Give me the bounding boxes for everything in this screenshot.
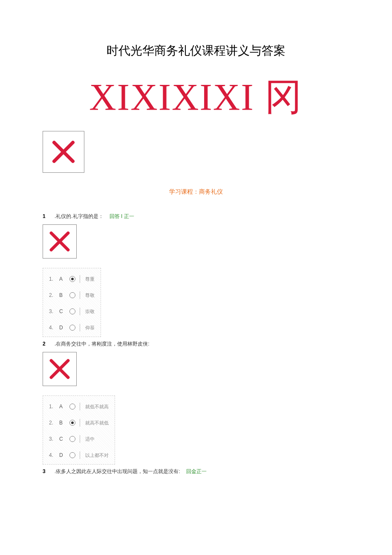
option-label: 就低不就高 — [85, 404, 109, 410]
option-row[interactable]: 2.B尊敬 — [47, 287, 96, 303]
radio-icon[interactable] — [69, 404, 75, 410]
option-index: 3. — [49, 436, 55, 442]
radio-icon[interactable] — [69, 276, 75, 282]
document-title: 时代光华商务礼仪课程讲义与答案 — [43, 43, 349, 59]
divider — [80, 435, 80, 443]
option-row[interactable]: 3.C适中 — [47, 431, 110, 447]
divider — [80, 308, 80, 315]
question-number: 1 — [43, 213, 49, 219]
radio-icon[interactable] — [69, 420, 75, 426]
question-feedback: 回金正一 — [186, 468, 207, 475]
option-row[interactable]: 1.A尊重 — [47, 271, 96, 287]
option-index: 4. — [49, 325, 55, 331]
radio-icon[interactable] — [69, 452, 75, 458]
option-letter: A — [59, 404, 65, 410]
question-number: 2 — [43, 341, 49, 347]
divider — [80, 451, 80, 459]
question-text: .依多人之因此在人际交往中出现问题，知一点就是没有: — [55, 468, 180, 475]
question-block: 1.礼仪的.礼字指的是：回答 I 正一1.A尊重2.B尊敬3.C崇敬4.D仰慕 — [43, 213, 349, 337]
divider — [80, 419, 80, 427]
option-row[interactable]: 4.D以上都不对 — [47, 447, 110, 463]
option-label: 崇敬 — [85, 308, 95, 315]
option-label: 适中 — [85, 436, 95, 442]
option-index: 1. — [49, 276, 55, 282]
question-row: 1.礼仪的.礼字指的是：回答 I 正一 — [43, 213, 349, 220]
option-row[interactable]: 4.D仰慕 — [47, 320, 96, 336]
option-row[interactable]: 1.A就低不就高 — [47, 398, 110, 415]
divider — [80, 275, 80, 283]
options-list: 1.A尊重2.B尊敬3.C崇敬4.D仰慕 — [43, 268, 101, 337]
option-label: 尊重 — [85, 276, 95, 282]
divider — [80, 324, 80, 331]
option-label: 就高不就低 — [85, 420, 109, 426]
question-text: .在商务交往中，将刚度注，使用林野皮侠: — [55, 340, 150, 348]
question-row: 3.依多人之因此在人际交往中出现问题，知一点就是没有:回金正一 — [43, 468, 349, 475]
option-letter: D — [59, 325, 65, 331]
big-red-heading: XIXIXIXI 冈 — [43, 72, 349, 122]
red-x-box — [43, 224, 77, 259]
radio-icon[interactable] — [69, 436, 75, 442]
radio-icon[interactable] — [69, 292, 75, 298]
question-block: 2.在商务交往中，将刚度注，使用林野皮侠:1.A就低不就高2.B就高不就低3.C… — [43, 340, 349, 465]
option-index: 2. — [49, 420, 55, 426]
option-index: 4. — [49, 452, 55, 458]
course-line: 学习课程：商务礼仪 — [43, 188, 349, 196]
red-x-box-top — [43, 131, 84, 173]
radio-icon[interactable] — [69, 325, 75, 331]
document-page: 时代光华商务礼仪课程讲义与答案 XIXIXIXI 冈 学习课程：商务礼仪 1.礼… — [0, 0, 392, 497]
option-label: 仰慕 — [85, 325, 95, 331]
x-icon — [51, 139, 76, 165]
option-letter: B — [59, 420, 65, 426]
option-row[interactable]: 2.B就高不就低 — [47, 415, 110, 431]
options-list: 1.A就低不就高2.B就高不就低3.C适中4.D以上都不对 — [43, 395, 115, 465]
option-index: 3. — [49, 308, 55, 314]
option-label: 以上都不对 — [85, 452, 109, 459]
option-label: 尊敬 — [85, 292, 95, 299]
radio-icon[interactable] — [69, 308, 75, 314]
option-row[interactable]: 3.C崇敬 — [47, 303, 96, 320]
question-number: 3 — [43, 468, 49, 474]
option-letter: B — [59, 292, 65, 298]
x-icon — [48, 230, 71, 253]
x-icon — [48, 357, 71, 381]
question-text: .礼仪的.礼字指的是： — [55, 213, 104, 220]
option-letter: A — [59, 276, 65, 282]
question-block: 3.依多人之因此在人际交往中出现问题，知一点就是没有:回金正一 — [43, 468, 349, 475]
red-x-box — [43, 352, 77, 386]
divider — [80, 403, 80, 410]
option-index: 2. — [49, 292, 55, 298]
option-index: 1. — [49, 404, 55, 410]
option-letter: D — [59, 452, 65, 458]
option-letter: C — [59, 436, 65, 442]
questions-container: 1.礼仪的.礼字指的是：回答 I 正一1.A尊重2.B尊敬3.C崇敬4.D仰慕2… — [43, 213, 349, 475]
question-row: 2.在商务交往中，将刚度注，使用林野皮侠: — [43, 340, 349, 348]
divider — [80, 291, 80, 299]
question-feedback: 回答 I 正一 — [110, 213, 134, 220]
option-letter: C — [59, 308, 65, 314]
